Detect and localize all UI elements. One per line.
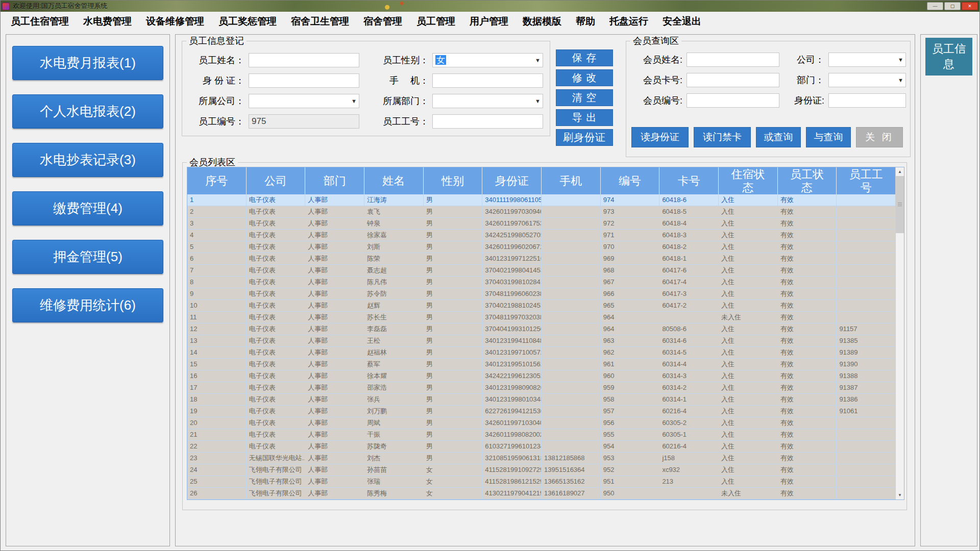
menu-item[interactable]: 数据模版 <box>516 15 569 28</box>
register-action-button[interactable]: 导 出 <box>556 109 613 126</box>
cell-stay-status: 入住 <box>719 453 778 464</box>
cell-idcard: 3426011997061753... <box>482 218 542 229</box>
table-row[interactable]: 15 电子仪表 人事部 蔡军 男 3401231995101562... 961… <box>187 359 895 370</box>
department-label: 所属部门： <box>369 94 429 108</box>
cell-gender: 男 <box>424 218 483 229</box>
job-number-input[interactable] <box>432 114 543 129</box>
scroll-up-icon[interactable]: ▲ <box>896 167 904 176</box>
table-row[interactable]: 22 电子仪表 人事部 苏陇奇 男 6103271996101234... 95… <box>187 441 895 453</box>
table-header-cell[interactable]: 公司 <box>247 167 306 194</box>
table-row[interactable]: 20 电子仪表 人事部 周斌 男 3426011997103040... 956… <box>187 417 895 429</box>
table-row[interactable]: 2 电子仪表 人事部 袁飞 男 3426011997030946... 973 … <box>187 206 895 218</box>
phone-input[interactable] <box>432 73 543 88</box>
menu-item[interactable]: 宿舍卫生管理 <box>284 15 356 28</box>
menu-item[interactable]: 员工奖惩管理 <box>211 15 284 28</box>
sidebar-report-button[interactable]: 水电抄表记录(3) <box>12 143 163 177</box>
table-row[interactable]: 21 电子仪表 人事部 干振 男 3426011998082002... 955… <box>187 429 895 441</box>
maximize-button[interactable]: ▢ <box>944 2 961 10</box>
close-query-button[interactable]: 关 闭 <box>856 127 903 147</box>
table-row[interactable]: 13 电子仪表 人事部 王松 男 3401231994110848... 963… <box>187 335 895 347</box>
table-header-cell[interactable]: 卡号 <box>659 167 719 194</box>
table-header-cell[interactable]: 姓名 <box>364 167 424 194</box>
table-header-cell[interactable]: 员工状态 <box>778 167 837 194</box>
close-button[interactable]: ✕ <box>962 2 978 10</box>
scroll-down-icon[interactable]: ▼ <box>896 491 904 499</box>
query-idcard-input[interactable] <box>828 93 906 108</box>
table-row[interactable]: 26 飞翎电子有限公司 人事部 陈秀梅 女 4130211979041219..… <box>187 488 895 499</box>
register-action-button[interactable]: 保 存 <box>556 49 613 66</box>
table-header-cell[interactable]: 序号 <box>187 167 247 194</box>
sidebar-report-button[interactable]: 水电费月报表(1) <box>12 46 163 80</box>
query-company-select[interactable]: ▼ <box>828 53 906 67</box>
register-action-button[interactable]: 清 空 <box>556 89 613 106</box>
employee-info-button[interactable]: 员工信息 <box>925 38 972 76</box>
table-row[interactable]: 14 电子仪表 人事部 赵福林 男 3401231997100572... 96… <box>187 347 895 359</box>
table-row[interactable]: 4 电子仪表 人事部 徐家嘉 男 3424251998052705... 971… <box>187 230 895 241</box>
table-row[interactable]: 18 电子仪表 人事部 张兵 男 3401231998010348... 958… <box>187 394 895 406</box>
cell-company: 电子仪表 <box>247 406 306 417</box>
table-header-cell[interactable]: 部门 <box>305 167 364 194</box>
table-header-cell[interactable]: 编号 <box>601 167 660 194</box>
table-header-cell[interactable]: 员工工号 <box>837 167 895 194</box>
employee-gender-select[interactable]: 女 ▼ <box>432 53 543 67</box>
menu-item[interactable]: 员工管理 <box>409 15 462 28</box>
sidebar-report-button[interactable]: 维修费用统计(6) <box>12 288 163 322</box>
cell-employee-status: 有效 <box>778 206 837 217</box>
menu-item[interactable]: 帮助 <box>569 15 602 28</box>
department-select[interactable]: ▼ <box>432 94 543 108</box>
menu-item[interactable]: 用户管理 <box>462 15 516 28</box>
table-row[interactable]: 19 电子仪表 人事部 刘万鹏 男 6227261994121530... 95… <box>187 406 895 417</box>
table-row[interactable]: 11 电子仪表 人事部 苏长生 男 3704811997032038... 96… <box>187 312 895 323</box>
query-department-select[interactable]: ▼ <box>828 73 906 87</box>
and-query-button[interactable]: 与查询 <box>806 127 851 147</box>
read-id-card-button[interactable]: 读身份证 <box>631 127 689 147</box>
table-row[interactable]: 3 电子仪表 人事部 钟泉 男 3426011997061753... 972 … <box>187 218 895 230</box>
table-row[interactable]: 9 电子仪表 人事部 苏令防 男 3704811996060238... 966… <box>187 288 895 300</box>
register-action-button[interactable]: 刷身份证 <box>556 129 613 146</box>
table-vertical-scrollbar[interactable]: ▲ ▼ <box>895 167 904 499</box>
menu-item[interactable]: 托盘运行 <box>602 15 655 28</box>
table-row[interactable]: 25 飞翎电子有限公司 人事部 张瑞 女 4115281986121529...… <box>187 476 895 488</box>
table-row[interactable]: 7 电子仪表 人事部 聂志超 男 3704021998041453... 968… <box>187 265 895 277</box>
table-row[interactable]: 24 飞翎电子有限公司 人事部 孙苗苗 女 4115281991092729..… <box>187 464 895 476</box>
register-action-button[interactable]: 修 改 <box>556 69 613 86</box>
member-name-input[interactable] <box>687 53 779 67</box>
company-select[interactable]: ▼ <box>249 94 359 108</box>
table-row[interactable]: 6 电子仪表 人事部 陈荣 男 3401231997122516... 969 … <box>187 253 895 265</box>
table-row[interactable]: 8 电子仪表 人事部 陈凡伟 男 3704031998102841... 967… <box>187 277 895 288</box>
sidebar-report-button[interactable]: 押金管理(5) <box>12 240 163 274</box>
cell-company: 电子仪表 <box>247 206 306 217</box>
scrollbar-track[interactable] <box>896 176 904 491</box>
menu-item[interactable]: 员工住宿管理 <box>4 15 76 28</box>
menu-item[interactable]: 安全退出 <box>655 15 708 28</box>
sidebar-report-button[interactable]: 缴费管理(4) <box>12 191 163 226</box>
or-query-button[interactable]: 或查询 <box>756 127 801 147</box>
employee-name-input[interactable] <box>249 53 359 67</box>
member-card-input[interactable] <box>687 73 779 87</box>
menu-item[interactable]: 宿舍管理 <box>356 15 409 28</box>
table-header-cell[interactable]: 身份证 <box>482 167 542 194</box>
cell-department: 人事部 <box>305 300 364 311</box>
menu-item[interactable]: 设备维修管理 <box>139 15 211 28</box>
table-row[interactable]: 1 电子仪表 人事部 江海涛 男 3401111998061105... 974… <box>187 194 895 206</box>
table-row[interactable]: 10 电子仪表 人事部 赵辉 男 3704021988102453... 965… <box>187 300 895 312</box>
cell-phone <box>542 312 601 323</box>
table-header-cell[interactable]: 手机 <box>542 167 601 194</box>
member-number-input[interactable] <box>687 93 779 108</box>
menu-item[interactable]: 水电费管理 <box>76 15 139 28</box>
table-row[interactable]: 12 电子仪表 人事部 李磊磊 男 3704041993101250... 96… <box>187 323 895 335</box>
cell-seq: 20 <box>187 417 247 429</box>
cell-idcard: 3426011996020671... <box>482 241 542 253</box>
sidebar-report-button[interactable]: 个人水电报表(2) <box>12 94 163 129</box>
table-header-cell[interactable]: 性别 <box>424 167 483 194</box>
read-access-card-button[interactable]: 读门禁卡 <box>694 127 751 147</box>
table-row[interactable]: 5 电子仪表 人事部 刘斯 男 3426011996020671... 970 … <box>187 241 895 253</box>
minimize-button[interactable]: — <box>927 2 943 10</box>
table-row[interactable]: 17 电子仪表 人事部 邵家浩 男 3401231998090820... 95… <box>187 382 895 394</box>
cell-number: 972 <box>601 218 660 229</box>
table-row[interactable]: 16 电子仪表 人事部 徐本耀 男 3424221996123052... 96… <box>187 370 895 382</box>
table-row[interactable]: 23 无锡国联华光电站... 人事部 刘杰 男 3210851959061318… <box>187 453 895 464</box>
scrollbar-thumb[interactable] <box>896 176 904 233</box>
table-header-cell[interactable]: 住宿状态 <box>719 167 778 194</box>
id-card-input[interactable] <box>249 73 359 88</box>
